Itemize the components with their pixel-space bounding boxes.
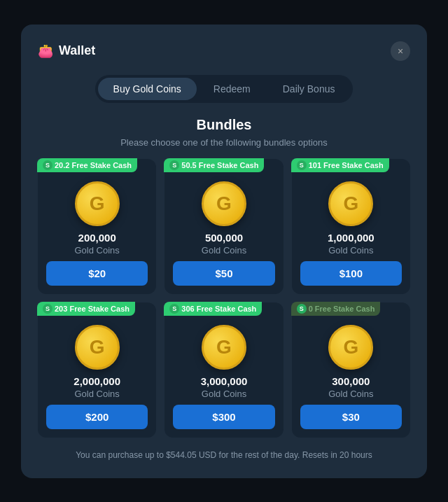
stake-badge-4: S 306 Free Stake Cash [164, 302, 262, 316]
gold-coin-icon-5: G [328, 325, 373, 370]
tab-daily-bonus[interactable]: Daily Bonus [267, 78, 351, 100]
gold-coin-icon-3: G [75, 325, 120, 370]
section-subtitle: Please choose one of the following bundl… [38, 137, 410, 148]
gold-coin-icon-0: G [75, 181, 120, 226]
coin-label-0: Gold Coins [75, 245, 120, 256]
wallet-icon: 👛 [38, 43, 53, 59]
buy-button-4[interactable]: $300 [173, 405, 274, 429]
coin-label-3: Gold Coins [75, 389, 120, 399]
coin-label-5: Gold Coins [328, 389, 373, 399]
bundle-card-4: S 306 Free Stake CashG3,000,000Gold Coin… [164, 302, 283, 438]
gold-coin-icon-1: G [202, 181, 246, 226]
buy-button-0[interactable]: $20 [46, 261, 148, 286]
buy-button-5[interactable]: $30 [300, 405, 402, 429]
coin-amount-2: 1,000,000 [328, 232, 374, 244]
buy-button-2[interactable]: $100 [300, 261, 402, 286]
stake-badge-1: S 50.5 Free Stake Cash [164, 158, 264, 172]
bundle-card-3: S 203 Free Stake CashG2,000,000Gold Coin… [38, 302, 156, 438]
bundle-card-1: S 50.5 Free Stake CashG500,000Gold Coins… [164, 159, 283, 294]
wallet-modal: 👛 Wallet × Buy Gold Coins Redeem Daily B… [21, 25, 427, 478]
coin-amount-0: 200,000 [78, 232, 116, 244]
bundle-card-2: S 101 Free Stake CashG1,000,000Gold Coin… [292, 159, 410, 294]
coin-amount-5: 300,000 [332, 375, 370, 387]
coin-label-1: Gold Coins [202, 245, 246, 256]
coin-label-4: Gold Coins [202, 389, 246, 399]
modal-title-row: 👛 Wallet [38, 43, 95, 59]
coin-label-2: Gold Coins [328, 245, 373, 256]
coin-amount-1: 500,000 [205, 232, 243, 244]
stake-badge-2: S 101 Free Stake Cash [291, 158, 389, 172]
bundle-card-0: S 20.2 Free Stake CashG200,000Gold Coins… [38, 159, 156, 294]
buy-button-3[interactable]: $200 [46, 405, 148, 429]
coin-amount-4: 3,000,000 [201, 375, 248, 387]
modal-title: Wallet [59, 43, 95, 58]
stake-badge-0: S 20.2 Free Stake Cash [37, 158, 137, 172]
gold-coin-icon-4: G [202, 325, 246, 370]
close-button[interactable]: × [391, 41, 410, 61]
bundle-card-5: S 0 Free Stake CashG300,000Gold Coins$30 [292, 302, 410, 438]
coin-amount-3: 2,000,000 [74, 375, 120, 387]
tab-redeem[interactable]: Redeem [198, 78, 266, 100]
bundles-grid: S 20.2 Free Stake CashG200,000Gold Coins… [38, 159, 410, 438]
gold-coin-icon-2: G [328, 181, 373, 226]
footer-note: You can purchase up to $544.05 USD for t… [38, 449, 410, 461]
stake-badge-5: S 0 Free Stake Cash [291, 302, 381, 316]
tab-buy-gold-coins[interactable]: Buy Gold Coins [98, 78, 197, 100]
section-title: Bundles [38, 117, 410, 133]
tabs-container: Buy Gold Coins Redeem Daily Bonus [95, 75, 354, 103]
modal-header: 👛 Wallet × [38, 41, 410, 61]
stake-badge-3: S 203 Free Stake Cash [37, 302, 135, 316]
buy-button-1[interactable]: $50 [173, 261, 274, 286]
